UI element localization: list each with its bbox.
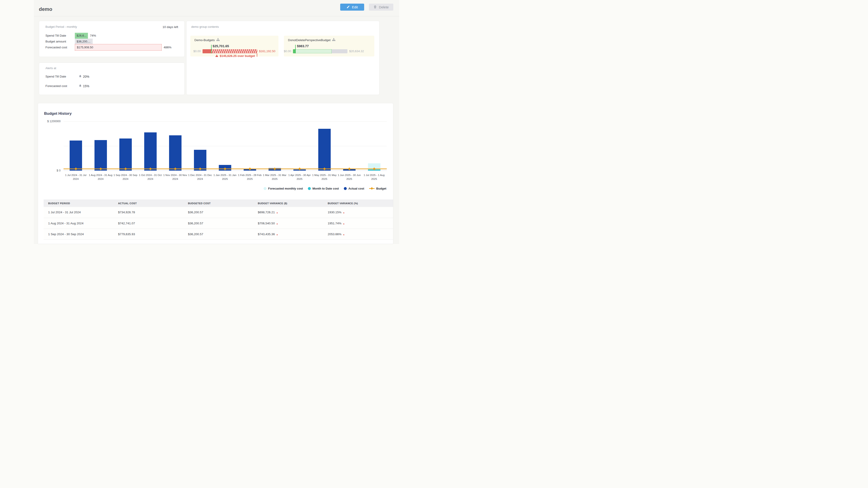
days-left-label: 10 days left bbox=[162, 25, 178, 29]
bell-icon bbox=[79, 84, 82, 88]
alert-spend-value: 20% bbox=[83, 75, 89, 78]
budget-period-card: Budget Period - monthly 10 days left Spe… bbox=[39, 21, 185, 57]
legend-swatch bbox=[344, 187, 347, 190]
cell-variance-pct: 2053.66%▲ bbox=[323, 229, 393, 239]
warning-icon bbox=[215, 54, 218, 58]
legend-swatch bbox=[308, 187, 311, 190]
legend-swatch bbox=[264, 187, 267, 190]
pencil-icon bbox=[346, 5, 350, 9]
table-body: 1 Jul 2024 - 31 Jul 2024$734,926.78$36,2… bbox=[43, 207, 393, 239]
chart-legend: Forecasted monthly costMonth to Date cos… bbox=[264, 187, 386, 190]
budget-mini-chart[interactable]: $0.00 $20,634.32 $983.77 bbox=[293, 49, 347, 53]
spend-segment bbox=[203, 49, 211, 53]
budget-amount-row: Budget amount $36,200.... bbox=[45, 38, 93, 44]
alert-forecast-label: Forecasted cost bbox=[45, 84, 79, 88]
alerts-card-title: Alerts at bbox=[45, 66, 56, 70]
table-row: 1 Aug 2024 - 31 Aug 2024$742,741.07$36,2… bbox=[43, 218, 393, 229]
budget-period-card-title: Budget Period - monthly bbox=[45, 25, 77, 29]
legend-label: Forecasted monthly cost bbox=[268, 187, 303, 190]
mini-min-label: $0.00 bbox=[284, 50, 291, 53]
over-budget-tick bbox=[257, 53, 257, 57]
x-axis-label: 1 Jun 2025 - 30 Jun 2025 bbox=[337, 173, 362, 181]
cell-actual-cost: $779,635.93 bbox=[114, 229, 183, 239]
remaining-segment bbox=[332, 49, 347, 53]
cell-budget-period: 1 Sep 2024 - 30 Sep 2024 bbox=[43, 229, 114, 239]
bell-icon bbox=[79, 74, 82, 78]
forecasted-cost-chip[interactable]: $175,908.50 bbox=[75, 44, 162, 51]
legend-item-actual-cost[interactable]: Actual cost bbox=[344, 187, 364, 190]
y-axis-tick-max: $ 1200000 bbox=[38, 120, 61, 123]
group-contents-title: demo group contents bbox=[191, 25, 219, 29]
bar-actual-cost[interactable] bbox=[169, 135, 182, 170]
budget-history-card: Budget History $ 1200000 $ 0 1 Jul 2024 … bbox=[38, 103, 393, 244]
alert-forecast-value: 15% bbox=[83, 84, 89, 88]
cell-budget-period: 1 Aug 2024 - 31 Aug 2024 bbox=[43, 218, 114, 229]
x-axis-label: 1 Jul 2024 - 31 Jul 2024 bbox=[63, 173, 88, 181]
legend-item-forecasted-monthly-cost[interactable]: Forecasted monthly cost bbox=[264, 187, 303, 190]
cell-budget-period: 1 Jul 2024 - 31 Jul 2024 bbox=[43, 207, 114, 218]
legend-item-month-to-date-cost[interactable]: Month to Date cost bbox=[308, 187, 339, 190]
x-axis-label: 1 Sep 2024 - 30 Sep 2024 bbox=[113, 173, 138, 181]
cell-actual-cost: $734,926.78 bbox=[114, 207, 183, 218]
budget-mini-chart[interactable]: $0.00 $161,192.50 $25,701.65 $145,626.25… bbox=[203, 49, 257, 53]
hierarchy-icon bbox=[216, 38, 220, 42]
bar-actual-cost[interactable] bbox=[318, 129, 331, 170]
cell-variance-pct: 1930.15%▲ bbox=[323, 207, 393, 218]
bar-actual-cost[interactable] bbox=[119, 138, 132, 170]
up-triangle-icon: ▲ bbox=[276, 212, 278, 214]
bar-actual-cost[interactable] bbox=[144, 132, 157, 170]
delete-button[interactable]: Delete bbox=[369, 4, 393, 11]
up-triangle-icon: ▲ bbox=[343, 223, 345, 225]
cell-budgeted-cost: $36,200.57 bbox=[183, 229, 253, 239]
current-spend-marker bbox=[295, 45, 296, 53]
legend-label: Month to Date cost bbox=[312, 187, 339, 190]
spend-till-date-row: Spend Till Date $26,6... 74% bbox=[45, 33, 96, 39]
up-triangle-icon: ▲ bbox=[343, 233, 345, 236]
budget-amount-chip[interactable]: $36,200.... bbox=[75, 39, 93, 44]
budget-item-name: Demo-Budgets bbox=[194, 38, 215, 42]
alert-row-forecast: Forecasted cost 15% bbox=[45, 84, 89, 88]
forecasted-cost-label: Forecasted cost bbox=[45, 46, 75, 49]
legend-item-budget[interactable]: Budget bbox=[369, 187, 386, 190]
x-axis-label: 1 Feb 2025 - 28 Feb 2025 bbox=[237, 173, 262, 181]
budget-history-chart bbox=[64, 121, 387, 170]
mini-max-label: $161,192.50 bbox=[259, 50, 275, 53]
hierarchy-icon bbox=[332, 38, 336, 42]
spend-till-date-chip[interactable]: $26,6... bbox=[75, 33, 88, 39]
alert-spend-label: Spend Till Date bbox=[45, 75, 79, 78]
cell-budgeted-cost: $36,200.57 bbox=[183, 218, 253, 229]
x-axis-label: 1 Apr 2025 - 30 Apr 2025 bbox=[287, 173, 312, 181]
budget-history-table: BUDGET PERIODACTUAL COSTBUDGETED COSTBUD… bbox=[43, 199, 393, 240]
forecast-segment bbox=[296, 49, 332, 53]
gridline-top bbox=[64, 121, 387, 122]
cell-variance-usd: $706,540.50▲ bbox=[253, 218, 323, 229]
legend-swatch bbox=[369, 188, 375, 190]
x-axis-label: 1 Dec 2024 - 31 Dec 2024 bbox=[188, 173, 213, 181]
legend-label: Budget bbox=[376, 187, 386, 190]
budget-item-name: DonotDeletePerspectiveBudget bbox=[288, 38, 331, 42]
current-spend-value: $983.77 bbox=[297, 44, 309, 48]
table-header-row: BUDGET PERIODACTUAL COSTBUDGETED COSTBUD… bbox=[43, 199, 393, 207]
cell-actual-cost: $742,741.07 bbox=[114, 218, 183, 229]
x-axis-label: 1 May 2025 - 31 May 2025 bbox=[312, 173, 337, 181]
cell-variance-pct: 1951.74%▲ bbox=[323, 218, 393, 229]
mini-max-label: $20,634.32 bbox=[349, 50, 364, 53]
table-header-budget-variance-%-: BUDGET VARIANCE (%) bbox=[323, 199, 393, 207]
edit-button[interactable]: Edit bbox=[340, 4, 364, 11]
x-axis-label: 1 Nov 2024 - 30 Nov 2024 bbox=[163, 173, 188, 181]
x-axis-label: 1 Jan 2025 - 31 Jan 2025 bbox=[213, 173, 237, 181]
budget-item-donotdelete[interactable]: DonotDeletePerspectiveBudget $0.00 $20,6… bbox=[284, 36, 374, 57]
bar-actual-cost[interactable] bbox=[70, 140, 82, 171]
budget-item-demo-budgets[interactable]: Demo-Budgets $0.00 $161,192.50 $25,701.6… bbox=[190, 36, 278, 57]
legend-label: Actual cost bbox=[348, 187, 364, 190]
up-triangle-icon: ▲ bbox=[276, 223, 278, 225]
y-axis-tick-zero: $ 0 bbox=[38, 169, 61, 172]
forecasted-cost-row: Forecasted cost $175,908.50 486% bbox=[45, 44, 172, 51]
gridline-mid bbox=[64, 146, 387, 146]
bar-actual-cost[interactable] bbox=[94, 140, 107, 170]
overbudget-hatch-segment bbox=[211, 49, 257, 53]
budget-amount-label: Budget amount bbox=[45, 40, 75, 43]
trash-icon bbox=[373, 5, 377, 9]
table-header-budgeted-cost: BUDGETED COST bbox=[183, 199, 253, 207]
page-title: demo bbox=[39, 6, 52, 12]
